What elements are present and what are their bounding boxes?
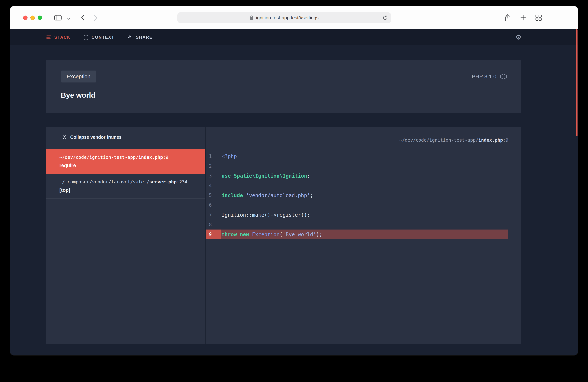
- line-number: 8: [206, 220, 221, 229]
- scrollbar-thumb[interactable]: [576, 29, 578, 136]
- tab-stack-label: STACK: [54, 35, 71, 40]
- collapse-icon: [62, 135, 67, 140]
- code-text: Ignition::make()->register();: [222, 212, 310, 218]
- frame-path: ~/dev/code/ignition-test-app/index.php:9: [59, 155, 197, 160]
- tab-share[interactable]: SHARE: [127, 35, 153, 40]
- share-icon[interactable]: [505, 14, 511, 21]
- forward-button[interactable]: [94, 15, 98, 21]
- frame-method: require: [59, 163, 197, 168]
- new-tab-icon[interactable]: [520, 15, 526, 21]
- error-message: Bye world: [61, 91, 507, 99]
- code-text: include 'vendor/autoload.php';: [222, 192, 313, 198]
- code-line: 5include 'vendor/autoload.php';: [206, 191, 508, 200]
- stack-frame[interactable]: ~/dev/code/ignition-test-app/index.php:9…: [46, 149, 205, 174]
- code-text: use Spatie\Ignition\Ignition;: [222, 173, 310, 179]
- context-icon: [84, 35, 88, 40]
- stack-frame-list: ~/dev/code/ignition-test-app/index.php:9…: [46, 149, 205, 199]
- nav-tabs: STACK CONTEXT: [46, 35, 153, 40]
- tab-stack[interactable]: STACK: [46, 35, 71, 40]
- code-line: 2: [206, 161, 508, 171]
- file-name: index.php: [478, 137, 503, 143]
- stack-frame[interactable]: ~/.composer/vendor/laravel/valet/server.…: [46, 174, 205, 199]
- code-line: 8: [206, 220, 508, 229]
- file-path-prefix: ~/dev/code/ignition-test-app/: [399, 137, 479, 143]
- collapse-label: Collapse vendor frames: [70, 134, 122, 140]
- error-card: Exception PHP 8.1.0 Bye world: [46, 60, 521, 113]
- back-button[interactable]: [81, 15, 85, 21]
- collapse-vendor-frames-button[interactable]: Collapse vendor frames: [62, 134, 122, 140]
- frame-method: [top]: [59, 187, 197, 193]
- line-number: 5: [206, 191, 221, 200]
- code-line: 4: [206, 181, 508, 191]
- zoom-button[interactable]: [38, 16, 42, 20]
- chevron-down-icon[interactable]: [67, 15, 70, 21]
- minimize-button[interactable]: [30, 16, 35, 20]
- tab-context-label: CONTEXT: [92, 35, 115, 40]
- stack-trace-panel: Collapse vendor frames ~/dev/code/igniti…: [46, 127, 521, 344]
- php-version-label: PHP 8.1.0: [472, 74, 496, 79]
- code-panel: ~/dev/code/ignition-test-app/index.php:9…: [206, 127, 521, 344]
- line-number: 6: [206, 200, 221, 210]
- tab-share-label: SHARE: [136, 35, 153, 40]
- settings-gear-icon[interactable]: ⚙: [516, 34, 521, 40]
- browser-toolbar: ignition-test-app.test/#settings: [10, 6, 578, 29]
- code-line: 6: [206, 200, 508, 210]
- php-version: PHP 8.1.0: [472, 74, 507, 79]
- code-line: 1<?php: [206, 151, 508, 161]
- url-text: ignition-test-app.test/#settings: [256, 15, 318, 21]
- line-number: 7: [206, 210, 221, 220]
- file-path-header: ~/dev/code/ignition-test-app/index.php:9: [206, 137, 508, 143]
- reload-icon[interactable]: [383, 15, 388, 21]
- code-line: 9throw new Exception('Bye world');: [206, 229, 508, 239]
- exception-badge: Exception: [61, 71, 96, 82]
- code-editor: 1<?php23use Spatie\Ignition\Ignition;45i…: [206, 151, 508, 239]
- tab-context[interactable]: CONTEXT: [84, 35, 115, 40]
- file-line-suffix: :9: [503, 137, 508, 143]
- address-bar[interactable]: ignition-test-app.test/#settings: [177, 12, 391, 23]
- code-line: 3use Spatie\Ignition\Ignition;: [206, 171, 508, 181]
- share-arrow-icon: [127, 35, 132, 39]
- stack-icon: [46, 35, 51, 39]
- line-number: 3: [206, 171, 221, 181]
- code-text: throw new Exception('Bye world');: [222, 231, 322, 237]
- line-number: 2: [206, 161, 221, 171]
- desktop-background: ignition-test-app.test/#settings: [0, 0, 588, 382]
- php-version-icon: [500, 74, 507, 79]
- tab-overview-icon[interactable]: [536, 15, 542, 21]
- line-number: 4: [206, 181, 221, 191]
- code-line: 7Ignition::make()->register();: [206, 210, 508, 220]
- sidebar-toggle-icon[interactable]: [54, 15, 62, 20]
- frame-path: ~/.composer/vendor/laravel/valet/server.…: [59, 179, 197, 185]
- close-button[interactable]: [23, 16, 27, 20]
- ignition-navbar: STACK CONTEXT: [10, 29, 578, 45]
- lock-icon: [250, 15, 253, 20]
- traffic-lights: [23, 16, 42, 20]
- stack-frames-panel: Collapse vendor frames ~/dev/code/igniti…: [46, 127, 206, 344]
- code-text: <?php: [222, 153, 237, 159]
- line-number: 9: [206, 229, 221, 239]
- browser-window: ignition-test-app.test/#settings: [10, 6, 578, 355]
- line-number: 1: [206, 151, 221, 161]
